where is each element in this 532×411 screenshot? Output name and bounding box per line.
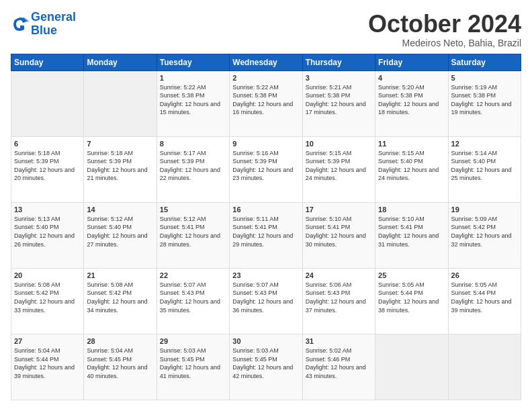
table-row: 2Sunrise: 5:22 AMSunset: 5:38 PMDaylight…	[230, 71, 302, 136]
table-row: 8Sunrise: 5:17 AMSunset: 5:39 PMDaylight…	[157, 136, 229, 202]
table-row: 28Sunrise: 5:04 AMSunset: 5:45 PMDayligh…	[84, 334, 157, 400]
header: General Blue October 2024 Medeiros Neto,…	[11, 11, 521, 48]
table-row: 12Sunrise: 5:14 AMSunset: 5:40 PMDayligh…	[448, 136, 521, 202]
calendar-table: Sunday Monday Tuesday Wednesday Thursday…	[11, 54, 521, 400]
table-row	[84, 71, 157, 136]
header-sunday: Sunday	[11, 54, 84, 71]
table-row: 7Sunrise: 5:18 AMSunset: 5:39 PMDaylight…	[84, 136, 157, 202]
table-row: 30Sunrise: 5:03 AMSunset: 5:45 PMDayligh…	[230, 334, 302, 400]
table-row: 20Sunrise: 5:08 AMSunset: 5:42 PMDayligh…	[11, 268, 84, 334]
calendar-week-5: 27Sunrise: 5:04 AMSunset: 5:44 PMDayligh…	[11, 334, 521, 400]
title-block: October 2024 Medeiros Neto, Bahia, Brazi…	[368, 11, 521, 48]
page: General Blue October 2024 Medeiros Neto,…	[0, 0, 532, 411]
month-title: October 2024	[368, 11, 521, 38]
header-wednesday: Wednesday	[230, 54, 302, 71]
table-row	[375, 334, 448, 400]
table-row: 26Sunrise: 5:05 AMSunset: 5:44 PMDayligh…	[448, 268, 521, 334]
table-row: 29Sunrise: 5:03 AMSunset: 5:45 PMDayligh…	[157, 334, 229, 400]
table-row: 21Sunrise: 5:08 AMSunset: 5:42 PMDayligh…	[84, 268, 157, 334]
calendar-week-1: 1Sunrise: 5:22 AMSunset: 5:38 PMDaylight…	[11, 71, 521, 136]
table-row: 16Sunrise: 5:11 AMSunset: 5:41 PMDayligh…	[230, 202, 302, 268]
table-row: 18Sunrise: 5:10 AMSunset: 5:41 PMDayligh…	[375, 202, 448, 268]
table-row	[11, 71, 84, 136]
table-row: 3Sunrise: 5:21 AMSunset: 5:38 PMDaylight…	[302, 71, 375, 136]
header-tuesday: Tuesday	[157, 54, 229, 71]
table-row: 6Sunrise: 5:18 AMSunset: 5:39 PMDaylight…	[11, 136, 84, 202]
logo-icon	[11, 15, 30, 34]
table-row: 27Sunrise: 5:04 AMSunset: 5:44 PMDayligh…	[11, 334, 84, 400]
logo-text: General Blue	[31, 11, 76, 38]
table-row: 19Sunrise: 5:09 AMSunset: 5:42 PMDayligh…	[448, 202, 521, 268]
logo: General Blue	[11, 11, 76, 38]
calendar-week-2: 6Sunrise: 5:18 AMSunset: 5:39 PMDaylight…	[11, 136, 521, 202]
table-row: 9Sunrise: 5:16 AMSunset: 5:39 PMDaylight…	[230, 136, 302, 202]
calendar-header-row: Sunday Monday Tuesday Wednesday Thursday…	[11, 54, 521, 71]
header-friday: Friday	[375, 54, 448, 71]
header-thursday: Thursday	[302, 54, 375, 71]
table-row: 24Sunrise: 5:06 AMSunset: 5:43 PMDayligh…	[302, 268, 375, 334]
location: Medeiros Neto, Bahia, Brazil	[368, 38, 521, 48]
table-row: 22Sunrise: 5:07 AMSunset: 5:43 PMDayligh…	[157, 268, 229, 334]
calendar-week-4: 20Sunrise: 5:08 AMSunset: 5:42 PMDayligh…	[11, 268, 521, 334]
table-row: 5Sunrise: 5:19 AMSunset: 5:38 PMDaylight…	[448, 71, 521, 136]
table-row: 4Sunrise: 5:20 AMSunset: 5:38 PMDaylight…	[375, 71, 448, 136]
table-row: 23Sunrise: 5:07 AMSunset: 5:43 PMDayligh…	[230, 268, 302, 334]
table-row: 1Sunrise: 5:22 AMSunset: 5:38 PMDaylight…	[157, 71, 229, 136]
header-monday: Monday	[84, 54, 157, 71]
table-row: 11Sunrise: 5:15 AMSunset: 5:40 PMDayligh…	[375, 136, 448, 202]
table-row: 31Sunrise: 5:02 AMSunset: 5:46 PMDayligh…	[302, 334, 375, 400]
table-row	[448, 334, 521, 400]
table-row: 25Sunrise: 5:05 AMSunset: 5:44 PMDayligh…	[375, 268, 448, 334]
table-row: 14Sunrise: 5:12 AMSunset: 5:40 PMDayligh…	[84, 202, 157, 268]
table-row: 15Sunrise: 5:12 AMSunset: 5:41 PMDayligh…	[157, 202, 229, 268]
calendar-week-3: 13Sunrise: 5:13 AMSunset: 5:40 PMDayligh…	[11, 202, 521, 268]
header-saturday: Saturday	[448, 54, 521, 71]
table-row: 17Sunrise: 5:10 AMSunset: 5:41 PMDayligh…	[302, 202, 375, 268]
table-row: 13Sunrise: 5:13 AMSunset: 5:40 PMDayligh…	[11, 202, 84, 268]
table-row: 10Sunrise: 5:15 AMSunset: 5:39 PMDayligh…	[302, 136, 375, 202]
